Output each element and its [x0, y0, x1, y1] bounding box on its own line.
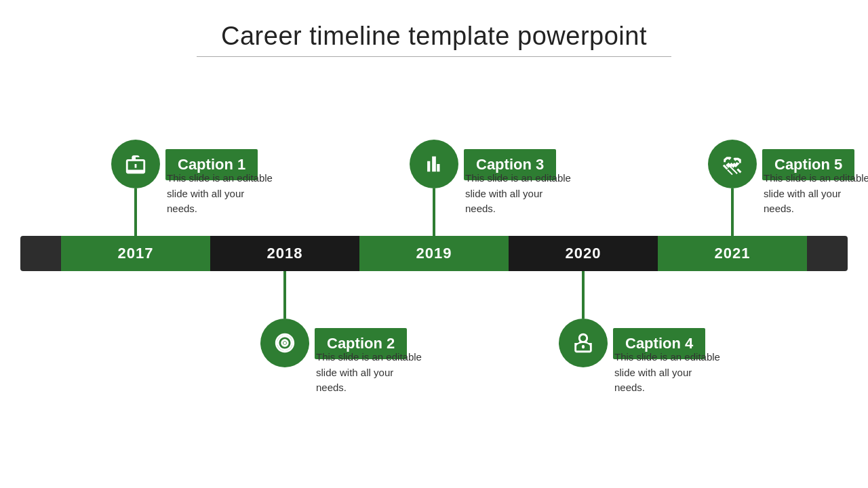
connector-5 [731, 188, 734, 236]
svg-point-0 [283, 342, 286, 344]
desc-text-4: This slide is an editable slide with all… [614, 350, 723, 396]
desc-content-5: This slide is an editable slide with all… [764, 172, 868, 214]
connector-2 [283, 271, 286, 319]
connector-4 [582, 271, 585, 319]
connector-3 [433, 188, 435, 236]
year-2021: 2021 [658, 236, 807, 271]
slide-title: Career timeline template powerpoint [0, 22, 868, 51]
bar-cap-left [20, 236, 61, 271]
circle-1 [111, 140, 160, 188]
target-icon [273, 331, 296, 354]
desc-text-1: This slide is an editable slide with all… [167, 171, 275, 217]
title-divider [197, 56, 671, 57]
circle-2 [260, 319, 309, 367]
timeline-bar: 2017 2018 2019 2020 2021 [20, 236, 848, 271]
title-area: Career timeline template powerpoint [0, 0, 868, 64]
year-2019: 2019 [359, 236, 509, 271]
slide-container: Career timeline template powerpoint 2017… [0, 0, 868, 488]
year-2017: 2017 [61, 236, 210, 271]
circle-3 [410, 140, 458, 188]
handshake-icon [721, 152, 744, 176]
year-2018: 2018 [210, 236, 359, 271]
timeline-area: 2017 2018 2019 2020 2021 Caption 1 This … [0, 88, 868, 427]
desc-content-2: This slide is an editable slide with all… [316, 351, 422, 393]
briefcase-icon [124, 152, 147, 176]
bar-cap-right [807, 236, 848, 271]
desc-content-4: This slide is an editable slide with all… [614, 351, 720, 393]
desc-content-3: This slide is an editable slide with all… [465, 172, 571, 214]
circle-4: $ [559, 319, 608, 367]
chart-icon [422, 152, 446, 176]
circle-5 [708, 140, 757, 188]
moneybag-icon: $ [572, 331, 595, 354]
year-2020: 2020 [509, 236, 658, 271]
desc-content-1: This slide is an editable slide with all… [167, 172, 273, 214]
svg-text:$: $ [582, 344, 585, 350]
connector-1 [134, 188, 137, 236]
desc-text-2: This slide is an editable slide with all… [316, 350, 425, 396]
desc-text-3: This slide is an editable slide with all… [465, 171, 574, 217]
desc-text-5: This slide is an editable slide with all… [764, 171, 868, 217]
